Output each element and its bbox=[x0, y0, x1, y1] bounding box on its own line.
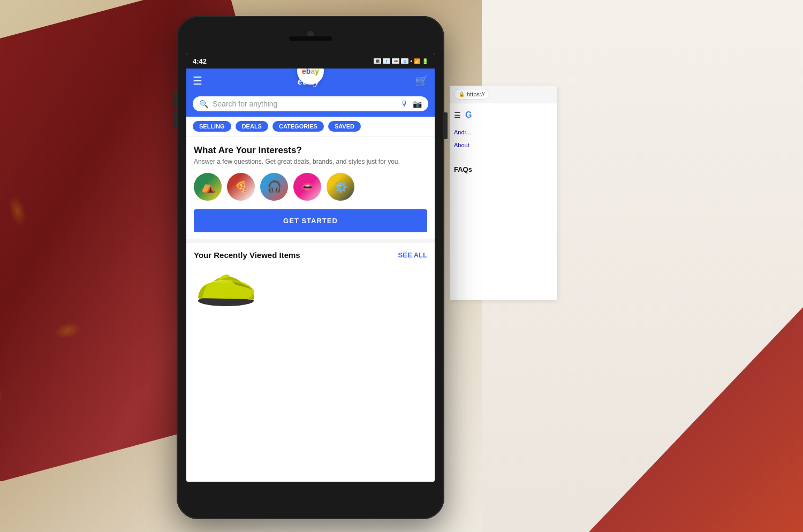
cart-icon[interactable]: 🛒 bbox=[415, 74, 428, 87]
interests-subtitle: Answer a few questions. Get great deals,… bbox=[194, 158, 427, 165]
nav-pill-selling[interactable]: SELLING bbox=[193, 121, 231, 132]
volume-down-button[interactable] bbox=[173, 112, 177, 128]
nav-pills: SELLING DEALS CATEGORIES SAVED bbox=[186, 117, 435, 136]
google-notif-icon: G bbox=[401, 58, 408, 64]
interests-section: What Are Your Interests? Answer a few qu… bbox=[186, 136, 435, 239]
tech-icon: ⚙️ bbox=[327, 173, 354, 201]
ebay-letter-y: y bbox=[315, 69, 319, 75]
recently-viewed-title: Your Recently Viewed Items bbox=[194, 250, 300, 260]
status-time: 4:42 bbox=[193, 57, 207, 65]
ebay-letter-a: a bbox=[310, 69, 315, 75]
recently-viewed-header: Your Recently Viewed Items SEE ALL bbox=[194, 250, 427, 260]
interest-circle-tech[interactable]: ⚙️ bbox=[327, 173, 354, 201]
shoe-product-image[interactable] bbox=[194, 266, 258, 309]
facebook-notif-icon: f bbox=[383, 58, 390, 64]
outdoor-icon: ⛺ bbox=[194, 173, 222, 201]
shoe-svg bbox=[194, 266, 258, 309]
status-bar: 4:42 🖼 f eb G • 📶 🔋 bbox=[186, 54, 435, 69]
url-text: https:// bbox=[467, 91, 484, 97]
background-browser: 🔒 https:// ☰ G Andr... About FAQs bbox=[450, 86, 557, 300]
browser-menu-icon: ☰ bbox=[454, 109, 461, 122]
browser-bar: 🔒 https:// bbox=[450, 86, 557, 103]
search-input-container[interactable]: 🔍 Search for anything 🎙 📷 bbox=[193, 96, 428, 111]
phone-screen: 4:42 🖼 f eb G • 📶 🔋 ebay ☰ bbox=[186, 54, 435, 482]
ebay-notif-icon: eb bbox=[392, 58, 399, 64]
ebay-letter-e: e bbox=[302, 69, 306, 75]
battery-icon: 🔋 bbox=[422, 58, 428, 64]
interest-circle-outdoor[interactable]: ⛺ bbox=[194, 173, 222, 201]
browser-url: 🔒 https:// bbox=[454, 89, 489, 100]
camera-search-icon[interactable]: 📷 bbox=[413, 100, 422, 108]
get-started-button[interactable]: GET STARTED bbox=[194, 209, 427, 232]
phone-speaker bbox=[289, 36, 332, 41]
search-icon: 🔍 bbox=[199, 100, 208, 108]
see-all-link[interactable]: SEE ALL bbox=[398, 251, 427, 259]
hamburger-icon[interactable]: ☰ bbox=[193, 74, 202, 87]
search-bar: 🔍 Search for anything 🎙 📷 bbox=[186, 93, 435, 117]
interest-circle-music[interactable]: 🎧 bbox=[260, 173, 288, 201]
volume-up-button[interactable] bbox=[173, 91, 177, 107]
signal-icon: 📶 bbox=[414, 58, 420, 64]
music-icon: 🎧 bbox=[260, 173, 288, 201]
nav-pill-categories[interactable]: CATEGORIES bbox=[272, 121, 324, 132]
nav-pill-saved[interactable]: SAVED bbox=[328, 121, 361, 132]
fashion-icon: 👄 bbox=[293, 173, 321, 201]
interests-title: What Are Your Interests? bbox=[194, 145, 427, 156]
image-notif-icon: 🖼 bbox=[374, 58, 381, 64]
food-icon: 🍕 bbox=[227, 173, 255, 201]
ebay-app: ebay ☰ ebay 🛒 🔍 Search for anything 🎙 📷 bbox=[186, 69, 435, 482]
browser-content: ☰ G Andr... About FAQs bbox=[450, 103, 557, 180]
power-button[interactable] bbox=[444, 112, 448, 139]
mic-icon[interactable]: 🎙 bbox=[401, 100, 408, 108]
notification-icons: 🖼 f eb G • 📶 🔋 bbox=[374, 58, 428, 64]
nav-pill-deals[interactable]: DEALS bbox=[236, 121, 268, 132]
phone-device: 4:42 🖼 f eb G • 📶 🔋 ebay ☰ bbox=[177, 16, 444, 519]
interest-circle-food[interactable]: 🍕 bbox=[227, 173, 255, 201]
search-placeholder: Search for anything bbox=[213, 100, 397, 108]
browser-google-icon: G bbox=[465, 108, 472, 123]
interest-icons-row: ⛺ 🍕 🎧 👄 ⚙️ bbox=[194, 173, 427, 201]
status-dot: • bbox=[410, 58, 412, 64]
browser-faqs: FAQs bbox=[454, 163, 552, 176]
recently-viewed-section: Your Recently Viewed Items SEE ALL bbox=[186, 239, 435, 314]
browser-link-2[interactable]: About bbox=[454, 140, 552, 151]
interest-circle-fashion[interactable]: 👄 bbox=[293, 173, 321, 201]
browser-link-1[interactable]: Andr... bbox=[454, 127, 552, 138]
ebay-logo: ebay bbox=[302, 69, 319, 75]
